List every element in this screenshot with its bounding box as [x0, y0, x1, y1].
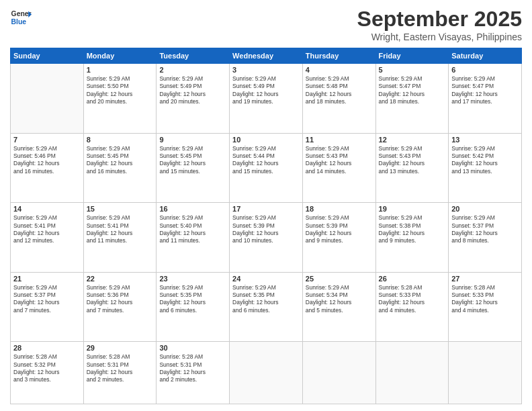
- calendar-cell: [11, 64, 84, 134]
- day-number: 29: [87, 344, 154, 352]
- calendar-cell: 22Sunrise: 5:29 AM Sunset: 5:36 PM Dayli…: [83, 272, 157, 342]
- calendar-row-4: 28Sunrise: 5:28 AM Sunset: 5:32 PM Dayli…: [11, 342, 522, 404]
- cell-info: Sunrise: 5:28 AM Sunset: 5:31 PM Dayligh…: [87, 353, 154, 384]
- calendar-cell: 28Sunrise: 5:28 AM Sunset: 5:32 PM Dayli…: [11, 342, 84, 404]
- calendar-header-monday: Monday: [83, 48, 157, 64]
- calendar-cell: [230, 342, 303, 404]
- calendar-cell: 1Sunrise: 5:29 AM Sunset: 5:50 PM Daylig…: [83, 64, 157, 134]
- cell-info: Sunrise: 5:29 AM Sunset: 5:37 PM Dayligh…: [13, 284, 81, 315]
- calendar-cell: 11Sunrise: 5:29 AM Sunset: 5:43 PM Dayli…: [302, 133, 375, 203]
- cell-info: Sunrise: 5:28 AM Sunset: 5:31 PM Dayligh…: [159, 353, 226, 384]
- cell-info: Sunrise: 5:29 AM Sunset: 5:46 PM Dayligh…: [13, 145, 81, 176]
- day-number: 15: [87, 205, 154, 213]
- calendar-cell: 8Sunrise: 5:29 AM Sunset: 5:45 PM Daylig…: [83, 133, 157, 203]
- day-number: 18: [306, 205, 373, 213]
- calendar-cell: 19Sunrise: 5:29 AM Sunset: 5:38 PM Dayli…: [375, 203, 449, 273]
- calendar-cell: 25Sunrise: 5:29 AM Sunset: 5:34 PM Dayli…: [302, 272, 375, 342]
- calendar-row-2: 14Sunrise: 5:29 AM Sunset: 5:41 PM Dayli…: [11, 203, 522, 273]
- cell-info: Sunrise: 5:29 AM Sunset: 5:45 PM Dayligh…: [87, 145, 154, 176]
- cell-info: Sunrise: 5:29 AM Sunset: 5:36 PM Dayligh…: [87, 284, 154, 315]
- calendar-cell: 17Sunrise: 5:29 AM Sunset: 5:39 PM Dayli…: [230, 203, 303, 273]
- calendar-header-row: SundayMondayTuesdayWednesdayThursdayFrid…: [11, 48, 522, 64]
- day-number: 13: [451, 136, 519, 144]
- calendar-cell: 16Sunrise: 5:29 AM Sunset: 5:40 PM Dayli…: [157, 203, 230, 273]
- calendar-cell: 14Sunrise: 5:29 AM Sunset: 5:41 PM Dayli…: [11, 203, 84, 273]
- cell-info: Sunrise: 5:29 AM Sunset: 5:40 PM Dayligh…: [159, 214, 226, 245]
- day-number: 10: [232, 136, 300, 144]
- day-number: 21: [13, 275, 81, 283]
- day-number: 6: [451, 66, 519, 74]
- day-number: 4: [306, 66, 373, 74]
- day-number: 16: [159, 205, 226, 213]
- calendar-cell: 4Sunrise: 5:29 AM Sunset: 5:48 PM Daylig…: [302, 64, 375, 134]
- calendar-cell: 12Sunrise: 5:29 AM Sunset: 5:43 PM Dayli…: [375, 133, 449, 203]
- day-number: 1: [87, 66, 154, 74]
- cell-info: Sunrise: 5:29 AM Sunset: 5:35 PM Dayligh…: [159, 284, 226, 315]
- calendar-cell: 21Sunrise: 5:29 AM Sunset: 5:37 PM Dayli…: [11, 272, 84, 342]
- calendar-cell: 24Sunrise: 5:29 AM Sunset: 5:35 PM Dayli…: [230, 272, 303, 342]
- day-number: 27: [451, 275, 519, 283]
- cell-info: Sunrise: 5:28 AM Sunset: 5:33 PM Dayligh…: [451, 284, 519, 315]
- cell-info: Sunrise: 5:29 AM Sunset: 5:43 PM Dayligh…: [306, 145, 373, 176]
- day-number: 11: [306, 136, 373, 144]
- day-number: 8: [87, 136, 154, 144]
- calendar-cell: 18Sunrise: 5:29 AM Sunset: 5:39 PM Dayli…: [302, 203, 375, 273]
- cell-info: Sunrise: 5:29 AM Sunset: 5:37 PM Dayligh…: [451, 214, 519, 245]
- day-number: 22: [87, 275, 154, 283]
- calendar-header-thursday: Thursday: [302, 48, 375, 64]
- calendar-cell: 9Sunrise: 5:29 AM Sunset: 5:45 PM Daylig…: [157, 133, 230, 203]
- cell-info: Sunrise: 5:29 AM Sunset: 5:44 PM Dayligh…: [232, 145, 300, 176]
- cell-info: Sunrise: 5:29 AM Sunset: 5:41 PM Dayligh…: [13, 214, 81, 245]
- page: General Blue September 2025 Wright, East…: [0, 0, 532, 411]
- cell-info: Sunrise: 5:29 AM Sunset: 5:50 PM Dayligh…: [87, 75, 154, 106]
- header: General Blue September 2025 Wright, East…: [10, 7, 522, 42]
- calendar-row-3: 21Sunrise: 5:29 AM Sunset: 5:37 PM Dayli…: [11, 272, 522, 342]
- cell-info: Sunrise: 5:29 AM Sunset: 5:39 PM Dayligh…: [232, 214, 300, 245]
- calendar-row-0: 1Sunrise: 5:29 AM Sunset: 5:50 PM Daylig…: [11, 64, 522, 134]
- day-number: 24: [232, 275, 300, 283]
- calendar-header-tuesday: Tuesday: [157, 48, 230, 64]
- day-number: 3: [232, 66, 300, 74]
- calendar-cell: 13Sunrise: 5:29 AM Sunset: 5:42 PM Dayli…: [449, 133, 522, 203]
- logo: General Blue: [10, 7, 32, 28]
- svg-text:Blue: Blue: [11, 18, 27, 26]
- day-number: 30: [159, 344, 226, 352]
- calendar-header-sunday: Sunday: [11, 48, 84, 64]
- calendar-cell: 3Sunrise: 5:29 AM Sunset: 5:49 PM Daylig…: [230, 64, 303, 134]
- cell-info: Sunrise: 5:29 AM Sunset: 5:49 PM Dayligh…: [232, 75, 300, 106]
- cell-info: Sunrise: 5:28 AM Sunset: 5:33 PM Dayligh…: [379, 284, 446, 315]
- calendar-cell: 2Sunrise: 5:29 AM Sunset: 5:49 PM Daylig…: [157, 64, 230, 134]
- day-number: 28: [13, 344, 81, 352]
- cell-info: Sunrise: 5:29 AM Sunset: 5:38 PM Dayligh…: [379, 214, 446, 245]
- day-number: 25: [306, 275, 373, 283]
- cell-info: Sunrise: 5:29 AM Sunset: 5:47 PM Dayligh…: [451, 75, 519, 106]
- calendar-cell: 20Sunrise: 5:29 AM Sunset: 5:37 PM Dayli…: [449, 203, 522, 273]
- day-number: 5: [379, 66, 446, 74]
- calendar-cell: 27Sunrise: 5:28 AM Sunset: 5:33 PM Dayli…: [449, 272, 522, 342]
- calendar-cell: [302, 342, 375, 404]
- day-number: 17: [232, 205, 300, 213]
- calendar-cell: 7Sunrise: 5:29 AM Sunset: 5:46 PM Daylig…: [11, 133, 84, 203]
- calendar-cell: 6Sunrise: 5:29 AM Sunset: 5:47 PM Daylig…: [449, 64, 522, 134]
- calendar-cell: 26Sunrise: 5:28 AM Sunset: 5:33 PM Dayli…: [375, 272, 449, 342]
- cell-info: Sunrise: 5:29 AM Sunset: 5:34 PM Dayligh…: [306, 284, 373, 315]
- cell-info: Sunrise: 5:29 AM Sunset: 5:48 PM Dayligh…: [306, 75, 373, 106]
- cell-info: Sunrise: 5:29 AM Sunset: 5:35 PM Dayligh…: [232, 284, 300, 315]
- cell-info: Sunrise: 5:29 AM Sunset: 5:45 PM Dayligh…: [159, 145, 226, 176]
- location-title: Wright, Eastern Visayas, Philippines: [357, 32, 522, 42]
- calendar-cell: 5Sunrise: 5:29 AM Sunset: 5:47 PM Daylig…: [375, 64, 449, 134]
- calendar-cell: 10Sunrise: 5:29 AM Sunset: 5:44 PM Dayli…: [230, 133, 303, 203]
- day-number: 23: [159, 275, 226, 283]
- calendar-cell: 30Sunrise: 5:28 AM Sunset: 5:31 PM Dayli…: [157, 342, 230, 404]
- day-number: 9: [159, 136, 226, 144]
- cell-info: Sunrise: 5:29 AM Sunset: 5:41 PM Dayligh…: [87, 214, 154, 245]
- cell-info: Sunrise: 5:28 AM Sunset: 5:32 PM Dayligh…: [13, 353, 81, 384]
- title-block: September 2025 Wright, Eastern Visayas, …: [357, 7, 522, 42]
- calendar-cell: [449, 342, 522, 404]
- calendar-cell: 15Sunrise: 5:29 AM Sunset: 5:41 PM Dayli…: [83, 203, 157, 273]
- cell-info: Sunrise: 5:29 AM Sunset: 5:42 PM Dayligh…: [451, 145, 519, 176]
- day-number: 14: [13, 205, 81, 213]
- day-number: 2: [159, 66, 226, 74]
- logo-icon: General Blue: [10, 7, 32, 28]
- calendar-header-friday: Friday: [375, 48, 449, 64]
